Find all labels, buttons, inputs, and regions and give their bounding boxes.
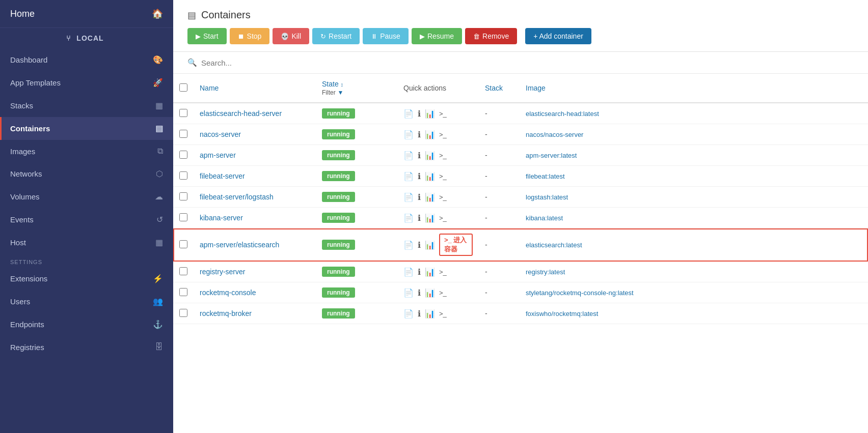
row-checkbox[interactable]: [179, 171, 187, 180]
sidebar-item-containers[interactable]: Containers ▤: [0, 117, 173, 140]
sidebar-item-app-templates[interactable]: App Templates 🚀: [0, 71, 173, 94]
qa-stats-icon[interactable]: 📊: [425, 130, 435, 139]
row-checkbox-cell[interactable]: [173, 145, 194, 166]
qa-info-icon[interactable]: ℹ: [418, 171, 421, 181]
search-input[interactable]: [201, 59, 354, 67]
sidebar-home[interactable]: Home 🏠: [0, 0, 173, 28]
row-checkbox[interactable]: [179, 267, 187, 275]
row-checkbox-cell[interactable]: [173, 262, 194, 282]
qa-console-icon[interactable]: >_: [439, 152, 447, 159]
qa-stats-icon[interactable]: 📊: [425, 171, 435, 181]
row-checkbox[interactable]: [179, 109, 187, 117]
row-checkbox[interactable]: [179, 192, 187, 200]
qa-stats-icon[interactable]: 📊: [425, 151, 435, 160]
qa-info-icon[interactable]: ℹ: [418, 130, 421, 139]
container-name-link[interactable]: kibana-server: [200, 214, 243, 222]
add-container-button[interactable]: + Add container: [525, 28, 591, 44]
row-checkbox-cell[interactable]: [173, 187, 194, 208]
qa-stats-icon[interactable]: 📊: [425, 213, 435, 223]
qa-stats-icon[interactable]: 📊: [425, 309, 435, 319]
row-checkbox[interactable]: [179, 288, 187, 296]
qa-stats-icon[interactable]: 📊: [425, 240, 435, 250]
qa-info-icon[interactable]: ℹ: [418, 213, 421, 223]
qa-info-icon[interactable]: ℹ: [418, 192, 421, 202]
qa-logs-icon[interactable]: 📄: [403, 171, 414, 181]
qa-logs-icon[interactable]: 📄: [403, 109, 414, 119]
qa-console-icon[interactable]: >_: [439, 268, 447, 276]
stop-button[interactable]: ⏹ Stop: [230, 28, 270, 44]
restart-button[interactable]: ↻ Restart: [312, 28, 360, 44]
qa-console-icon[interactable]: >_: [439, 110, 447, 118]
container-name-link[interactable]: registry-server: [200, 268, 245, 276]
sidebar-item-networks[interactable]: Networks ⬡: [0, 162, 173, 185]
qa-console-icon[interactable]: >_: [439, 193, 447, 201]
qa-info-icon[interactable]: ℹ: [418, 151, 421, 160]
sidebar-item-volumes[interactable]: Volumes ☁: [0, 185, 173, 208]
qa-logs-icon[interactable]: 📄: [403, 192, 414, 202]
qa-console-icon[interactable]: >_: [439, 289, 447, 297]
qa-logs-icon[interactable]: 📄: [403, 130, 414, 139]
row-checkbox-cell[interactable]: [173, 282, 194, 303]
row-checkbox[interactable]: [179, 213, 187, 221]
col-header-image[interactable]: Image: [520, 74, 868, 103]
container-name-link[interactable]: nacos-server: [200, 130, 241, 138]
row-checkbox[interactable]: [179, 151, 187, 159]
qa-stats-icon[interactable]: 📊: [425, 288, 435, 298]
qa-stats-icon[interactable]: 📊: [425, 192, 435, 202]
start-button[interactable]: ▶ Start: [187, 28, 227, 44]
qa-info-icon[interactable]: ℹ: [418, 240, 421, 250]
state-badge: running: [322, 267, 355, 277]
select-all-checkbox[interactable]: [179, 83, 187, 92]
qa-console-icon[interactable]: >_: [439, 131, 447, 138]
col-header-stack[interactable]: Stack: [479, 74, 520, 103]
row-checkbox-cell[interactable]: [173, 208, 194, 228]
pause-button[interactable]: ⏸ Pause: [363, 28, 409, 44]
qa-info-icon[interactable]: ℹ: [418, 288, 421, 298]
qa-console-icon[interactable]: >_: [439, 214, 447, 222]
container-name-link[interactable]: apm-server: [200, 151, 236, 159]
qa-logs-icon[interactable]: 📄: [403, 151, 414, 160]
qa-logs-icon[interactable]: 📄: [403, 213, 414, 223]
select-all-header[interactable]: [173, 74, 194, 103]
qa-logs-icon[interactable]: 📄: [403, 309, 414, 319]
qa-logs-icon[interactable]: 📄: [403, 240, 414, 250]
container-name-link[interactable]: elasticsearch-head-server: [200, 109, 282, 118]
qa-logs-icon[interactable]: 📄: [403, 288, 414, 298]
row-checkbox-cell[interactable]: [173, 166, 194, 187]
remove-button[interactable]: 🗑 Remove: [465, 28, 517, 44]
kill-button[interactable]: 💀 Kill: [273, 28, 309, 44]
qa-info-icon[interactable]: ℹ: [418, 109, 421, 119]
row-checkbox[interactable]: [179, 130, 187, 138]
container-name-link[interactable]: filebeat-server/logstash: [200, 193, 274, 201]
qa-stats-icon[interactable]: 📊: [425, 267, 435, 277]
row-checkbox-cell[interactable]: [173, 228, 194, 262]
sidebar-item-host[interactable]: Host ▦: [0, 231, 173, 254]
sidebar-item-images[interactable]: Images ⧉: [0, 140, 173, 162]
row-checkbox[interactable]: [179, 240, 187, 248]
sidebar-item-extensions[interactable]: Extensions ⚡: [0, 267, 173, 290]
qa-info-icon[interactable]: ℹ: [418, 267, 421, 277]
qa-console-icon[interactable]: >_: [439, 172, 447, 180]
row-checkbox[interactable]: [179, 309, 187, 317]
container-name-link[interactable]: filebeat-server: [200, 172, 245, 180]
container-name-link[interactable]: apm-server/elasticsearch: [200, 241, 279, 249]
sidebar-item-events[interactable]: Events ↺: [0, 208, 173, 231]
row-checkbox-cell[interactable]: [173, 124, 194, 145]
sidebar-item-dashboard[interactable]: Dashboard 🎨: [0, 48, 173, 71]
sidebar-item-endpoints[interactable]: Endpoints ⚓: [0, 313, 173, 336]
container-name-link[interactable]: rocketmq-broker: [200, 309, 252, 317]
col-header-state[interactable]: State ↕ Filter ▼: [316, 74, 397, 103]
sidebar-item-users[interactable]: Users 👥: [0, 290, 173, 313]
resume-button[interactable]: ▶ Resume: [412, 28, 462, 44]
row-checkbox-cell[interactable]: [173, 103, 194, 124]
qa-info-icon[interactable]: ℹ: [418, 309, 421, 319]
qa-logs-icon[interactable]: 📄: [403, 267, 414, 277]
qa-console-icon[interactable]: >_: [439, 310, 447, 317]
container-name-link[interactable]: rocketmq-console: [200, 288, 256, 297]
enter-container-badge[interactable]: >_ 进入容器: [439, 234, 473, 256]
qa-stats-icon[interactable]: 📊: [425, 109, 435, 119]
col-header-name[interactable]: Name: [194, 74, 316, 103]
sidebar-item-registries[interactable]: Registries 🗄: [0, 336, 173, 358]
sidebar-item-stacks[interactable]: Stacks ▦: [0, 94, 173, 117]
row-checkbox-cell[interactable]: [173, 303, 194, 324]
